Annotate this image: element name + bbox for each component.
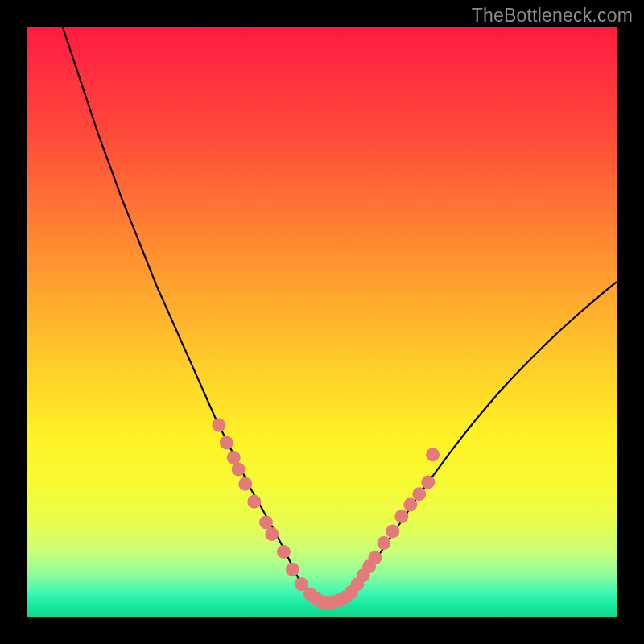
data-marker: [265, 527, 279, 541]
data-marker: [386, 524, 399, 538]
data-marker: [421, 476, 435, 489]
bottleneck-curve: [63, 27, 617, 603]
data-marker: [377, 536, 390, 550]
data-marker: [403, 497, 417, 511]
curve-layer: [27, 27, 617, 617]
data-marker: [220, 436, 233, 450]
data-marker: [212, 419, 225, 432]
data-marker: [368, 551, 382, 564]
data-markers: [212, 419, 440, 609]
data-marker: [412, 487, 426, 501]
plot-area: [27, 27, 617, 617]
data-marker: [227, 451, 241, 464]
data-marker: [426, 448, 440, 461]
data-marker: [232, 463, 246, 477]
chart-frame: TheBottleneck.com: [0, 0, 644, 644]
data-marker: [394, 510, 408, 523]
data-marker: [277, 545, 291, 559]
data-marker: [247, 495, 261, 509]
data-marker: [259, 515, 273, 529]
watermark-text: TheBottleneck.com: [472, 5, 633, 27]
data-marker: [286, 563, 299, 576]
data-marker: [238, 477, 252, 491]
